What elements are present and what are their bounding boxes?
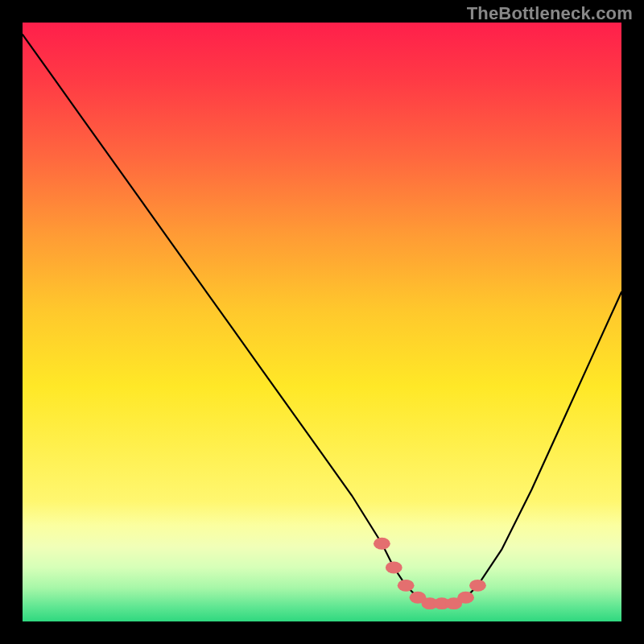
optimal-marker: [457, 592, 474, 604]
optimal-marker: [469, 580, 486, 592]
optimal-markers: [374, 538, 486, 609]
chart-frame: TheBottleneck.com: [0, 0, 644, 644]
watermark-text: TheBottleneck.com: [467, 3, 633, 24]
optimal-marker: [398, 580, 415, 592]
optimal-marker: [386, 562, 402, 574]
curve-layer: [23, 23, 621, 621]
bottleneck-curve: [23, 35, 621, 604]
optimal-marker: [374, 538, 390, 550]
plot-area: [23, 23, 621, 621]
